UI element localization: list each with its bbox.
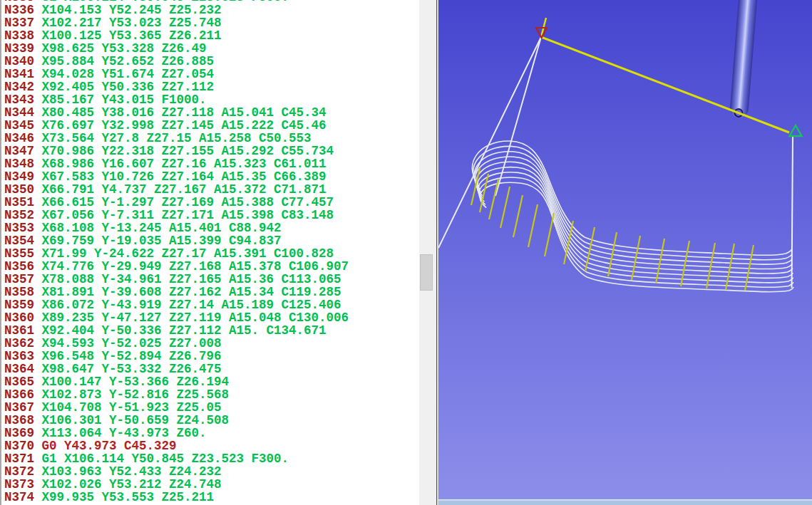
gcode-line[interactable]: N337 X102.217 Y53.023 Z25.748: [4, 16, 349, 29]
gcode-line[interactable]: N367 X104.708 Y-51.923 Z25.05: [4, 401, 349, 414]
line-body: X98.625 Y53.328 Z26.49: [42, 41, 207, 56]
gcode-line[interactable]: N355 X71.99 Y-24.622 Z27.17 A15.391 C100…: [4, 247, 349, 260]
line-number: N358: [4, 285, 42, 299]
editor-scrollbar[interactable]: [419, 0, 436, 505]
line-number: N337: [4, 16, 42, 30]
gcode-line[interactable]: N359 X86.072 Y-43.919 Z27.14 A15.189 C12…: [4, 298, 349, 311]
line-body: X70.986 Y22.318 Z27.155 A15.292 C55.734: [42, 144, 334, 158]
line-number: N362: [4, 336, 42, 350]
gcode-line[interactable]: N342 X92.405 Y50.336 Z27.112: [4, 80, 349, 93]
gcode-line[interactable]: N357 X78.088 Y-34.961 Z27.165 A15.36 C11…: [4, 273, 349, 286]
line-number: N366: [4, 387, 42, 402]
gcode-line[interactable]: N369 X113.064 Y-43.973 Z60.: [4, 427, 349, 439]
gcode-line[interactable]: N338 X100.125 Y53.365 Z26.211: [4, 29, 349, 42]
gcode-line[interactable]: N341 X94.028 Y51.674 Z27.054: [4, 68, 349, 80]
line-body: X89.235 Y-47.127 Z27.119 A15.048 C130.00…: [42, 311, 349, 325]
gcode-line[interactable]: N358 X81.891 Y-39.608 Z27.162 A15.34 C11…: [4, 286, 349, 298]
scrollbar-thumb[interactable]: [420, 254, 433, 291]
line-body: X106.301 Y-50.659 Z24.508: [42, 413, 230, 427]
line-body: X85.167 Y43.015 F1000.: [42, 93, 207, 107]
gcode-line[interactable]: N352 X67.056 Y-7.311 Z27.171 A15.398 C83…: [4, 209, 349, 222]
line-body: X104.153 Y52.245 Z25.232: [42, 3, 222, 17]
line-number: N371: [4, 452, 42, 466]
line-body: X69.759 Y-19.035 A15.399 C94.837: [42, 234, 282, 248]
line-body: X66.791 Y4.737 Z27.167 A15.372 C71.871: [42, 182, 327, 197]
gcode-line[interactable]: N366 X102.873 Y-52.816 Z25.568: [4, 388, 349, 401]
gcode-line[interactable]: N344 X80.485 Y38.016 Z27.118 A15.041 C45…: [4, 106, 349, 119]
line-number: N344: [4, 105, 42, 120]
floor-strip: [438, 501, 812, 505]
gcode-line[interactable]: N348 X68.986 Y16.607 Z27.16 A15.323 C61.…: [4, 157, 349, 170]
line-number: N349: [4, 170, 42, 184]
line-body: G0 Y43.973 C45.329: [42, 439, 177, 453]
line-body: X78.088 Y-34.961 Z27.165 A15.36 C113.065: [42, 272, 341, 286]
line-body: X95.884 Y52.652 Z26.885: [42, 54, 215, 68]
gcode-line[interactable]: N362 X94.593 Y-52.025 Z27.008: [4, 337, 349, 350]
gcode-line[interactable]: N372 X103.963 Y52.433 Z24.232: [4, 465, 349, 478]
line-number: N369: [4, 426, 42, 440]
line-number: N365: [4, 375, 42, 389]
line-number: N372: [4, 464, 42, 479]
gcode-line[interactable]: N339 X98.625 Y53.328 Z26.49: [4, 42, 349, 55]
line-number: N360: [4, 311, 42, 325]
gcode-line[interactable]: N356 X74.776 Y-29.949 Z27.168 A15.378 C1…: [4, 260, 349, 273]
line-body: X86.072 Y-43.919 Z27.14 A15.189 C125.406: [42, 298, 341, 312]
line-body: X104.708 Y-51.923 Z25.05: [42, 400, 222, 415]
line-number: N350: [4, 182, 42, 197]
line-body: X100.125 Y53.365 Z26.211: [42, 28, 222, 43]
line-number: N340: [4, 54, 42, 68]
gcode-line[interactable]: N349 X67.583 Y10.726 Z27.164 A15.35 C66.…: [4, 170, 349, 183]
line-body: X68.108 Y-13.245 A15.401 C88.942: [42, 221, 282, 235]
gcode-line[interactable]: N340 X95.884 Y52.652 Z26.885: [4, 55, 349, 68]
line-body: X113.064 Y-43.973 Z60.: [42, 426, 207, 440]
line-body: X80.485 Y38.016 Z27.118 A15.041 C45.34: [42, 105, 327, 120]
gcode-line[interactable]: N373 X102.026 Y53.212 Z24.748: [4, 478, 349, 491]
gcode-line[interactable]: N347 X70.986 Y22.318 Z27.155 A15.292 C55…: [4, 145, 349, 157]
line-body: X100.147 Y-53.366 Z26.194: [42, 375, 230, 389]
line-number: N363: [4, 349, 42, 363]
gcode-line[interactable]: N361 X92.404 Y-50.336 Z27.112 A15. C134.…: [4, 324, 349, 337]
backplot-3d-viewport[interactable]: [438, 0, 812, 505]
line-number: N374: [4, 490, 42, 504]
gcode-line[interactable]: N336 X104.153 Y52.245 Z25.232: [4, 4, 349, 16]
gcode-line[interactable]: N368 X106.301 Y-50.659 Z24.508: [4, 414, 349, 427]
gcode-line[interactable]: N360 X89.235 Y-47.127 Z27.119 A15.048 C1…: [4, 311, 349, 324]
gcode-line[interactable]: N363 X96.548 Y-52.894 Z26.796: [4, 350, 349, 363]
gcode-line[interactable]: N346 X73.564 Y27.8 Z27.15 A15.258 C50.55…: [4, 132, 349, 145]
line-body: X66.615 Y-1.297 Z27.169 A15.388 C77.457: [42, 195, 334, 209]
gcode-line[interactable]: N354 X69.759 Y-19.035 A15.399 C94.837: [4, 234, 349, 247]
line-number: N345: [4, 118, 42, 132]
gcode-editor[interactable]: N335 G1 X106.214 Y50.945 Z23.623 F300.N3…: [0, 0, 419, 505]
line-number: N357: [4, 272, 42, 286]
line-number: N373: [4, 477, 42, 491]
line-body: X68.986 Y16.607 Z27.16 A15.323 C61.011: [42, 157, 327, 171]
line-body: X92.405 Y50.336 Z27.112: [42, 80, 215, 94]
cnc-editor-window: N335 G1 X106.214 Y50.945 Z23.623 F300.N3…: [0, 0, 812, 505]
line-number: N343: [4, 93, 42, 107]
line-number: N361: [4, 323, 42, 338]
line-body: X81.891 Y-39.608 Z27.162 A15.34 C119.285: [42, 285, 341, 299]
gcode-line[interactable]: N365 X100.147 Y-53.366 Z26.194: [4, 375, 349, 388]
line-body: X96.548 Y-52.894 Z26.796: [42, 349, 222, 363]
gcode-line[interactable]: N374 X99.935 Y53.553 Z25.211: [4, 491, 349, 504]
line-body: X67.056 Y-7.311 Z27.171 A15.398 C83.148: [42, 208, 334, 222]
gcode-line[interactable]: N350 X66.791 Y4.737 Z27.167 A15.372 C71.…: [4, 183, 349, 196]
gcode-line[interactable]: N343 X85.167 Y43.015 F1000.: [4, 93, 349, 106]
gcode-text: N335 G1 X106.214 Y50.945 Z23.623 F300.N3…: [4, 0, 349, 504]
line-body: X76.697 Y32.998 Z27.145 A15.222 C45.46: [42, 118, 327, 132]
gcode-line[interactable]: N370 G0 Y43.973 C45.329: [4, 439, 349, 452]
gcode-line[interactable]: N345 X76.697 Y32.998 Z27.145 A15.222 C45…: [4, 119, 349, 132]
line-body: X102.026 Y53.212 Z24.748: [42, 477, 222, 491]
line-body: X94.593 Y-52.025 Z27.008: [42, 336, 222, 350]
line-body: X67.583 Y10.726 Z27.164 A15.35 C66.389: [42, 170, 327, 184]
line-body: X103.963 Y52.433 Z24.232: [42, 464, 222, 479]
line-number: N338: [4, 28, 42, 43]
line-body: G1 X106.114 Y50.845 Z23.523 F300.: [42, 452, 289, 466]
toolpath-scene: [438, 0, 812, 505]
line-number: N351: [4, 195, 42, 209]
gcode-line[interactable]: N371 G1 X106.114 Y50.845 Z23.523 F300.: [4, 452, 349, 465]
line-number: N347: [4, 144, 42, 158]
gcode-line[interactable]: N364 X98.647 Y-53.332 Z26.475: [4, 363, 349, 375]
gcode-line[interactable]: N351 X66.615 Y-1.297 Z27.169 A15.388 C77…: [4, 196, 349, 209]
gcode-line[interactable]: N353 X68.108 Y-13.245 A15.401 C88.942: [4, 222, 349, 234]
